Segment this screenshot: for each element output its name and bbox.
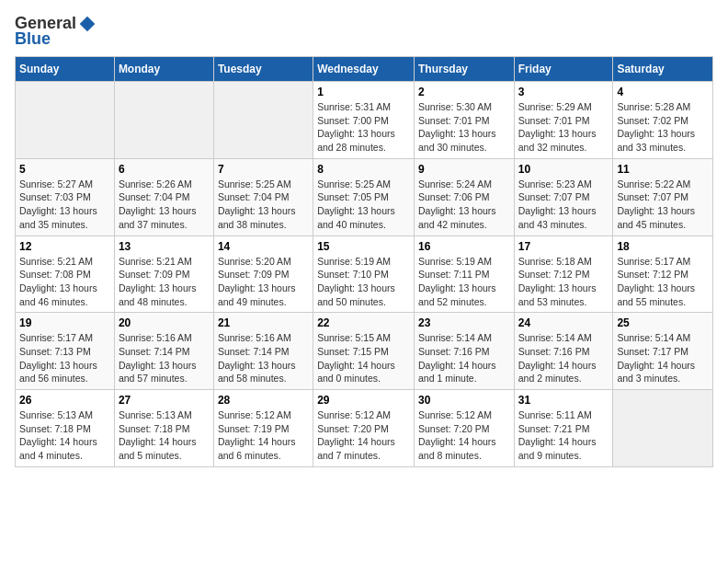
day-info: Sunrise: 5:14 AM Sunset: 7:16 PM Dayligh…: [518, 331, 609, 385]
calendar-cell: 5Sunrise: 5:27 AM Sunset: 7:03 PM Daylig…: [16, 158, 115, 236]
day-info: Sunrise: 5:29 AM Sunset: 7:01 PM Dayligh…: [518, 100, 609, 155]
calendar-cell: 9Sunrise: 5:24 AM Sunset: 7:06 PM Daylig…: [414, 158, 514, 236]
day-number: 22: [317, 316, 410, 329]
day-number: 7: [218, 163, 309, 176]
calendar-week-5: 26Sunrise: 5:13 AM Sunset: 7:18 PM Dayli…: [16, 390, 713, 467]
day-number: 23: [418, 316, 510, 329]
day-number: 3: [518, 86, 609, 98]
calendar-cell: 31Sunrise: 5:11 AM Sunset: 7:21 PM Dayli…: [514, 390, 613, 467]
day-info: Sunrise: 5:21 AM Sunset: 7:08 PM Dayligh…: [19, 255, 110, 309]
calendar-cell: 12Sunrise: 5:21 AM Sunset: 7:08 PM Dayli…: [16, 236, 115, 313]
calendar-cell: 21Sunrise: 5:16 AM Sunset: 7:14 PM Dayli…: [213, 313, 313, 390]
day-number: 8: [317, 163, 410, 176]
day-number: 21: [218, 316, 309, 329]
calendar-week-4: 19Sunrise: 5:17 AM Sunset: 7:13 PM Dayli…: [16, 313, 713, 390]
calendar-cell: [16, 82, 115, 159]
calendar-cell: 10Sunrise: 5:23 AM Sunset: 7:07 PM Dayli…: [514, 158, 613, 236]
day-info: Sunrise: 5:31 AM Sunset: 7:00 PM Dayligh…: [317, 100, 410, 155]
calendar-cell: 18Sunrise: 5:17 AM Sunset: 7:12 PM Dayli…: [613, 236, 713, 313]
day-info: Sunrise: 5:12 AM Sunset: 7:20 PM Dayligh…: [317, 408, 410, 463]
calendar-cell: 22Sunrise: 5:15 AM Sunset: 7:15 PM Dayli…: [313, 313, 415, 390]
calendar-cell: 2Sunrise: 5:30 AM Sunset: 7:01 PM Daylig…: [414, 82, 514, 159]
day-info: Sunrise: 5:11 AM Sunset: 7:21 PM Dayligh…: [518, 408, 609, 463]
day-info: Sunrise: 5:16 AM Sunset: 7:14 PM Dayligh…: [119, 331, 210, 385]
day-number: 2: [418, 86, 510, 98]
calendar-cell: 15Sunrise: 5:19 AM Sunset: 7:10 PM Dayli…: [313, 236, 415, 313]
day-info: Sunrise: 5:25 AM Sunset: 7:04 PM Dayligh…: [218, 178, 309, 232]
day-info: Sunrise: 5:17 AM Sunset: 7:12 PM Dayligh…: [617, 255, 709, 309]
calendar-header: SundayMondayTuesdayWednesdayThursdayFrid…: [16, 57, 713, 82]
day-number: 1: [317, 86, 410, 98]
day-header-monday: Monday: [114, 57, 213, 82]
calendar-cell: 3Sunrise: 5:29 AM Sunset: 7:01 PM Daylig…: [514, 82, 613, 159]
day-info: Sunrise: 5:23 AM Sunset: 7:07 PM Dayligh…: [518, 178, 609, 232]
day-number: 13: [119, 240, 210, 253]
calendar-cell: 11Sunrise: 5:22 AM Sunset: 7:07 PM Dayli…: [613, 158, 713, 236]
calendar-cell: 14Sunrise: 5:20 AM Sunset: 7:09 PM Dayli…: [213, 236, 313, 313]
day-info: Sunrise: 5:19 AM Sunset: 7:11 PM Dayligh…: [418, 255, 510, 309]
day-header-friday: Friday: [514, 57, 613, 82]
day-number: 19: [19, 316, 110, 329]
logo: General Blue: [15, 15, 97, 49]
day-number: 28: [218, 394, 309, 407]
calendar-cell: 26Sunrise: 5:13 AM Sunset: 7:18 PM Dayli…: [16, 390, 115, 467]
calendar-cell: 4Sunrise: 5:28 AM Sunset: 7:02 PM Daylig…: [613, 82, 713, 159]
day-info: Sunrise: 5:26 AM Sunset: 7:04 PM Dayligh…: [119, 178, 210, 232]
day-number: 31: [518, 394, 609, 407]
day-number: 15: [317, 240, 410, 253]
logo-icon: [78, 15, 97, 33]
calendar-cell: 24Sunrise: 5:14 AM Sunset: 7:16 PM Dayli…: [514, 313, 613, 390]
day-header-wednesday: Wednesday: [313, 57, 415, 82]
day-info: Sunrise: 5:22 AM Sunset: 7:07 PM Dayligh…: [617, 178, 709, 232]
day-header-sunday: Sunday: [16, 57, 115, 82]
day-info: Sunrise: 5:28 AM Sunset: 7:02 PM Dayligh…: [617, 100, 709, 155]
calendar-cell: [213, 82, 313, 159]
day-header-tuesday: Tuesday: [213, 57, 313, 82]
day-number: 11: [617, 163, 709, 176]
calendar-cell: 16Sunrise: 5:19 AM Sunset: 7:11 PM Dayli…: [414, 236, 514, 313]
day-number: 5: [19, 163, 110, 176]
day-info: Sunrise: 5:17 AM Sunset: 7:13 PM Dayligh…: [19, 331, 110, 385]
day-number: 26: [19, 394, 110, 407]
day-info: Sunrise: 5:15 AM Sunset: 7:15 PM Dayligh…: [317, 331, 410, 385]
day-number: 4: [617, 86, 709, 98]
day-info: Sunrise: 5:30 AM Sunset: 7:01 PM Dayligh…: [418, 100, 510, 155]
day-info: Sunrise: 5:12 AM Sunset: 7:19 PM Dayligh…: [218, 408, 309, 463]
calendar-cell: 23Sunrise: 5:14 AM Sunset: 7:16 PM Dayli…: [414, 313, 514, 390]
calendar-table: SundayMondayTuesdayWednesdayThursdayFrid…: [15, 56, 713, 467]
day-number: 24: [518, 316, 609, 329]
calendar-cell: 27Sunrise: 5:13 AM Sunset: 7:18 PM Dayli…: [114, 390, 213, 467]
calendar-cell: 8Sunrise: 5:25 AM Sunset: 7:05 PM Daylig…: [313, 158, 415, 236]
day-info: Sunrise: 5:24 AM Sunset: 7:06 PM Dayligh…: [418, 178, 510, 232]
calendar-week-1: 1Sunrise: 5:31 AM Sunset: 7:00 PM Daylig…: [16, 82, 713, 159]
day-number: 14: [218, 240, 309, 253]
day-number: 12: [19, 240, 110, 253]
day-number: 30: [418, 394, 510, 407]
day-number: 6: [119, 163, 210, 176]
calendar-cell: 25Sunrise: 5:14 AM Sunset: 7:17 PM Dayli…: [613, 313, 713, 390]
calendar-cell: [114, 82, 213, 159]
calendar-cell: 13Sunrise: 5:21 AM Sunset: 7:09 PM Dayli…: [114, 236, 213, 313]
day-number: 17: [518, 240, 609, 253]
day-info: Sunrise: 5:27 AM Sunset: 7:03 PM Dayligh…: [19, 178, 110, 232]
day-number: 16: [418, 240, 510, 253]
day-info: Sunrise: 5:14 AM Sunset: 7:17 PM Dayligh…: [617, 331, 709, 385]
day-info: Sunrise: 5:21 AM Sunset: 7:09 PM Dayligh…: [119, 255, 210, 309]
day-number: 25: [617, 316, 709, 329]
day-number: 9: [418, 163, 510, 176]
day-info: Sunrise: 5:13 AM Sunset: 7:18 PM Dayligh…: [119, 408, 210, 463]
day-number: 27: [119, 394, 210, 407]
page-header: General Blue: [15, 15, 713, 49]
calendar-cell: 30Sunrise: 5:12 AM Sunset: 7:20 PM Dayli…: [414, 390, 514, 467]
day-number: 20: [119, 316, 210, 329]
calendar-cell: [613, 390, 713, 467]
day-info: Sunrise: 5:18 AM Sunset: 7:12 PM Dayligh…: [518, 255, 609, 309]
day-info: Sunrise: 5:14 AM Sunset: 7:16 PM Dayligh…: [418, 331, 510, 385]
day-header-thursday: Thursday: [414, 57, 514, 82]
day-info: Sunrise: 5:16 AM Sunset: 7:14 PM Dayligh…: [218, 331, 309, 385]
day-info: Sunrise: 5:20 AM Sunset: 7:09 PM Dayligh…: [218, 255, 309, 309]
calendar-week-2: 5Sunrise: 5:27 AM Sunset: 7:03 PM Daylig…: [16, 158, 713, 236]
day-info: Sunrise: 5:19 AM Sunset: 7:10 PM Dayligh…: [317, 255, 410, 309]
calendar-cell: 1Sunrise: 5:31 AM Sunset: 7:00 PM Daylig…: [313, 82, 415, 159]
calendar-week-3: 12Sunrise: 5:21 AM Sunset: 7:08 PM Dayli…: [16, 236, 713, 313]
